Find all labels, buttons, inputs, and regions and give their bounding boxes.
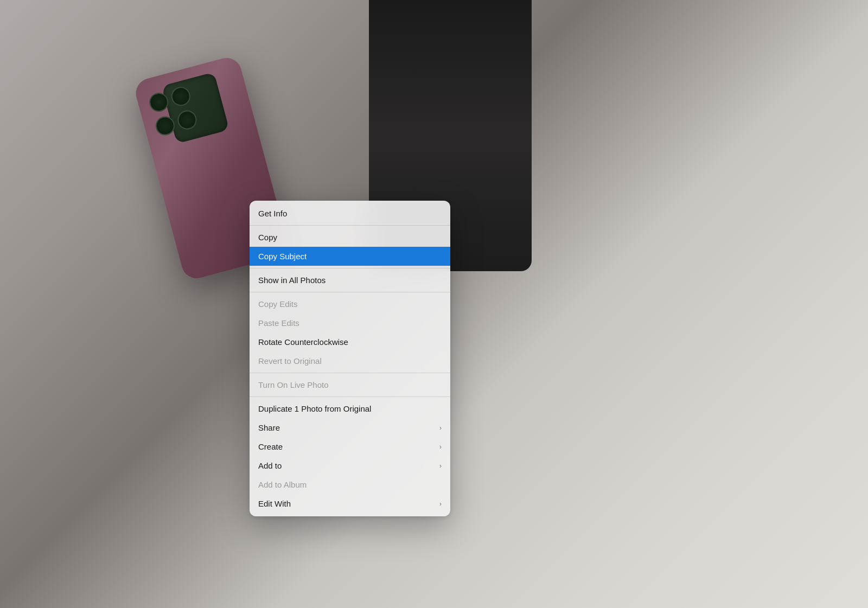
menu-item-create[interactable]: Create› bbox=[250, 437, 450, 456]
menu-separator bbox=[250, 292, 450, 292]
menu-item-label-create: Create bbox=[258, 442, 435, 451]
menu-item-label-paste-edits: Paste Edits bbox=[258, 318, 442, 328]
submenu-chevron-add-to: › bbox=[439, 462, 442, 470]
menu-item-get-info[interactable]: Get Info bbox=[250, 204, 450, 223]
camera-lens-2 bbox=[169, 85, 193, 108]
menu-item-edit-with[interactable]: Edit With› bbox=[250, 494, 450, 513]
menu-item-label-add-to-album: Add to Album bbox=[258, 480, 442, 489]
camera-lens-4 bbox=[176, 108, 199, 132]
menu-item-label-copy-subject: Copy Subject bbox=[258, 252, 442, 261]
menu-item-rotate-counterclockwise[interactable]: Rotate Counterclockwise bbox=[250, 332, 450, 351]
menu-item-add-to-album: Add to Album bbox=[250, 475, 450, 494]
menu-item-label-copy: Copy bbox=[258, 233, 442, 242]
menu-separator bbox=[250, 396, 450, 397]
menu-item-share[interactable]: Share› bbox=[250, 418, 450, 437]
menu-separator bbox=[250, 268, 450, 268]
menu-item-label-copy-edits: Copy Edits bbox=[258, 299, 442, 309]
context-menu: Get InfoCopyCopy SubjectShow in All Phot… bbox=[250, 201, 450, 516]
menu-item-label-revert-to-original: Revert to Original bbox=[258, 356, 442, 366]
menu-item-paste-edits: Paste Edits bbox=[250, 313, 450, 332]
menu-separator bbox=[250, 225, 450, 226]
menu-item-label-show-in-all-photos: Show in All Photos bbox=[258, 276, 442, 285]
menu-item-label-share: Share bbox=[258, 423, 435, 432]
menu-item-copy-subject[interactable]: Copy Subject bbox=[250, 247, 450, 266]
submenu-chevron-edit-with: › bbox=[439, 500, 442, 508]
menu-item-copy[interactable]: Copy bbox=[250, 228, 450, 247]
submenu-chevron-share: › bbox=[439, 424, 442, 432]
menu-item-show-in-all-photos[interactable]: Show in All Photos bbox=[250, 271, 450, 290]
camera-lens-1 bbox=[147, 91, 170, 114]
menu-item-label-rotate-counterclockwise: Rotate Counterclockwise bbox=[258, 337, 442, 347]
menu-item-label-get-info: Get Info bbox=[258, 209, 442, 218]
menu-item-label-turn-on-live-photo: Turn On Live Photo bbox=[258, 380, 442, 389]
menu-item-copy-edits: Copy Edits bbox=[250, 295, 450, 313]
menu-item-label-duplicate-photo: Duplicate 1 Photo from Original bbox=[258, 404, 442, 413]
menu-item-label-add-to: Add to bbox=[258, 461, 435, 470]
menu-item-duplicate-photo[interactable]: Duplicate 1 Photo from Original bbox=[250, 399, 450, 418]
menu-separator bbox=[250, 373, 450, 373]
submenu-chevron-create: › bbox=[439, 443, 442, 451]
menu-item-label-edit-with: Edit With bbox=[258, 499, 435, 508]
camera-lens-3 bbox=[154, 114, 177, 138]
menu-item-turn-on-live-photo: Turn On Live Photo bbox=[250, 375, 450, 394]
menu-item-revert-to-original: Revert to Original bbox=[250, 351, 450, 370]
menu-item-add-to[interactable]: Add to› bbox=[250, 456, 450, 475]
